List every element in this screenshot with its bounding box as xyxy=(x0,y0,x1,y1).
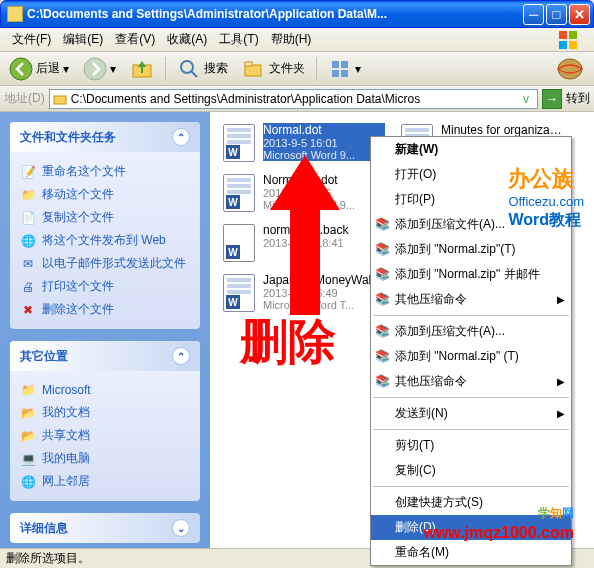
print-icon: 🖨 xyxy=(20,279,36,295)
status-text: 删除所选项目。 xyxy=(6,550,90,567)
menubar: 文件(F) 编辑(E) 查看(V) 收藏(A) 工具(T) 帮助(H) xyxy=(0,28,594,52)
folder-icon xyxy=(7,6,23,22)
expand-icon: ⌄ xyxy=(172,519,190,537)
svg-rect-9 xyxy=(245,65,261,76)
file-app: Microsoft Word 9... xyxy=(263,199,385,211)
task-group-details: 详细信息 ⌄ xyxy=(10,513,200,543)
ctx-zip-normal2[interactable]: 📚添加到 "Normal.zip" (T) xyxy=(371,344,571,369)
file-type-icon xyxy=(221,173,257,213)
folders-button[interactable]: 文件夹 xyxy=(237,54,310,84)
task-rename[interactable]: 📝重命名这个文件 xyxy=(20,160,190,183)
submenu-icon: ▶ xyxy=(557,294,565,305)
ctx-zip-other2[interactable]: 📚其他压缩命令▶ xyxy=(371,369,571,394)
svg-rect-11 xyxy=(332,61,339,68)
task-copy[interactable]: 📄复制这个文件 xyxy=(20,206,190,229)
task-email[interactable]: ✉以电子邮件形式发送此文件 xyxy=(20,252,190,275)
task-header[interactable]: 其它位置 ⌃ xyxy=(10,341,200,371)
minimize-button[interactable]: ─ xyxy=(523,4,544,25)
ctx-zip-add2[interactable]: 📚添加到压缩文件(A)... xyxy=(371,319,571,344)
ctx-open[interactable]: 打开(O) xyxy=(371,162,571,187)
task-group-file-tasks: 文件和文件夹任务 ⌃ 📝重命名这个文件 📁移动这个文件 📄复制这个文件 🌐将这个… xyxy=(10,122,200,329)
forward-icon xyxy=(83,57,107,81)
search-icon xyxy=(177,57,201,81)
menu-file[interactable]: 文件(F) xyxy=(6,28,57,51)
collapse-icon: ⌃ xyxy=(172,128,190,146)
file-item[interactable]: JapaneseMoneyWal... 2013-9-4 16:49 Micro… xyxy=(218,270,388,316)
address-dropdown-icon[interactable]: v xyxy=(518,92,534,106)
delete-icon: ✖ xyxy=(20,302,36,318)
ctx-print[interactable]: 打印(P) xyxy=(371,187,571,212)
maximize-button[interactable]: □ xyxy=(546,4,567,25)
file-name: normal.dot.back xyxy=(263,223,385,237)
file-date: 2013-9-5 16:01 xyxy=(263,137,385,149)
svg-rect-16 xyxy=(54,96,66,104)
email-icon: ✉ xyxy=(20,256,36,272)
menu-fav[interactable]: 收藏(A) xyxy=(161,28,213,51)
menu-edit[interactable]: 编辑(E) xyxy=(57,28,109,51)
ctx-zip-mail[interactable]: 📚添加到 "Normal.zip" 并邮件 xyxy=(371,262,571,287)
go-button[interactable]: → xyxy=(542,89,562,109)
context-menu: 新建(W) 打开(O) 打印(P) 📚添加到压缩文件(A)... 📚添加到 "N… xyxy=(370,136,572,566)
back-icon xyxy=(9,57,33,81)
ctx-new[interactable]: 新建(W) xyxy=(371,137,571,162)
ctx-zip-other[interactable]: 📚其他压缩命令▶ xyxy=(371,287,571,312)
svg-line-8 xyxy=(191,71,197,77)
ctx-shortcut[interactable]: 创建快捷方式(S) xyxy=(371,490,571,515)
svg-rect-14 xyxy=(341,70,348,77)
archive-icon: 📚 xyxy=(375,267,391,283)
up-button[interactable] xyxy=(125,54,159,84)
views-icon xyxy=(328,57,352,81)
file-item[interactable]: Normal0ld.dot 2013-9-5 9:16 Microsoft Wo… xyxy=(218,170,388,216)
task-group-other-places: 其它位置 ⌃ 📁Microsoft 📂我的文档 📂共享文档 💻我的电脑 🌐网上邻… xyxy=(10,341,200,501)
file-item[interactable]: normal.dot.back 2013-6-27 18:41 xyxy=(218,220,388,266)
menu-help[interactable]: 帮助(H) xyxy=(265,28,318,51)
task-header[interactable]: 详细信息 ⌄ xyxy=(10,513,200,543)
forward-button[interactable]: ▾ xyxy=(78,54,121,84)
address-field[interactable]: C:\Documents and Settings\Administrator\… xyxy=(49,89,538,109)
svg-point-5 xyxy=(84,58,106,80)
submenu-icon: ▶ xyxy=(557,376,565,387)
place-mycomputer[interactable]: 💻我的电脑 xyxy=(20,447,190,470)
file-date: 2013-6-27 18:41 xyxy=(263,237,385,249)
menu-tools[interactable]: 工具(T) xyxy=(213,28,264,51)
svg-rect-0 xyxy=(559,31,567,39)
place-shared[interactable]: 📂共享文档 xyxy=(20,424,190,447)
ctx-delete[interactable]: 删除(D) xyxy=(371,515,571,540)
task-publish[interactable]: 🌐将这个文件发布到 Web xyxy=(20,229,190,252)
task-header[interactable]: 文件和文件夹任务 ⌃ xyxy=(10,122,200,152)
svg-rect-3 xyxy=(569,41,577,49)
ctx-sendto[interactable]: 发送到(N)▶ xyxy=(371,401,571,426)
ctx-zip-add[interactable]: 📚添加到压缩文件(A)... xyxy=(371,212,571,237)
ctx-cut[interactable]: 剪切(T) xyxy=(371,433,571,458)
ctx-rename[interactable]: 重命名(M) xyxy=(371,540,571,565)
file-name: Minutes for organization... xyxy=(441,123,563,137)
task-move[interactable]: 📁移动这个文件 xyxy=(20,183,190,206)
archive-icon: 📚 xyxy=(375,217,391,233)
menu-view[interactable]: 查看(V) xyxy=(109,28,161,51)
file-name: JapaneseMoneyWal... xyxy=(263,273,385,287)
back-button[interactable]: 后退 ▾ xyxy=(4,54,74,84)
file-type-icon xyxy=(221,123,257,163)
search-button[interactable]: 搜索 xyxy=(172,54,233,84)
go-label[interactable]: 转到 xyxy=(566,90,590,107)
task-print[interactable]: 🖨打印这个文件 xyxy=(20,275,190,298)
address-bar: 地址(D) C:\Documents and Settings\Administ… xyxy=(0,86,594,112)
window-title: C:\Documents and Settings\Administrator\… xyxy=(27,7,523,21)
place-microsoft[interactable]: 📁Microsoft xyxy=(20,379,190,401)
copy-icon: 📄 xyxy=(20,210,36,226)
file-type-icon xyxy=(221,273,257,313)
file-item[interactable]: Normal.dot 2013-9-5 16:01 Microsoft Word… xyxy=(218,120,388,166)
place-mydocs[interactable]: 📂我的文档 xyxy=(20,401,190,424)
submenu-icon: ▶ xyxy=(557,408,565,419)
views-button[interactable]: ▾ xyxy=(323,54,366,84)
close-button[interactable]: ✕ xyxy=(569,4,590,25)
ctx-copy[interactable]: 复制(C) xyxy=(371,458,571,483)
side-panel: 文件和文件夹任务 ⌃ 📝重命名这个文件 📁移动这个文件 📄复制这个文件 🌐将这个… xyxy=(0,112,210,548)
folder-icon xyxy=(53,92,67,106)
file-date: 2013-9-5 9:16 xyxy=(263,187,385,199)
shared-icon: 📂 xyxy=(20,428,36,444)
task-delete[interactable]: ✖删除这个文件 xyxy=(20,298,190,321)
place-network[interactable]: 🌐网上邻居 xyxy=(20,470,190,493)
ctx-zip-normal[interactable]: 📚添加到 "Normal.zip"(T) xyxy=(371,237,571,262)
file-name: Normal0ld.dot xyxy=(263,173,385,187)
